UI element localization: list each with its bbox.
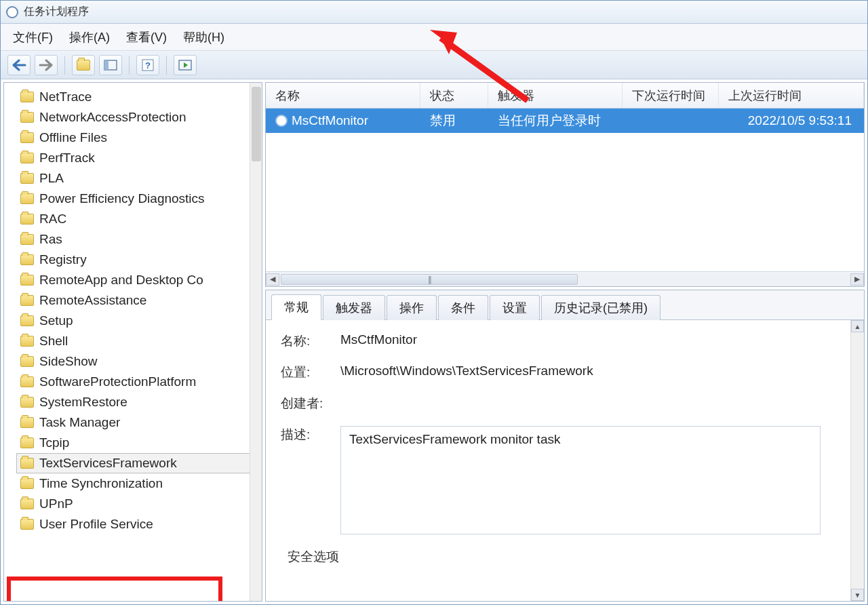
tree-item-label: TextServicesFramework — [39, 456, 177, 471]
label-description: 描述: — [281, 426, 340, 444]
tree-item[interactable]: Shell — [16, 331, 262, 351]
task-row[interactable]: MsCtfMonitor 禁用 当任何用户登录时 2022/10/5 9:53:… — [266, 109, 864, 133]
tree-item[interactable]: Ras — [16, 229, 262, 250]
detail-scrollbar[interactable]: ▲ ▼ — [850, 320, 864, 601]
value-name: MsCtfMonitor — [340, 332, 417, 350]
tab-actions[interactable]: 操作 — [387, 295, 437, 320]
col-status[interactable]: 状态 — [420, 83, 488, 108]
hscroll-track[interactable]: ||| — [279, 273, 850, 286]
content-area: NetTraceNetworkAccessProtectionOffline F… — [1, 79, 867, 604]
menu-help[interactable]: 帮助(H) — [183, 29, 224, 45]
tree-item[interactable]: Time Synchronization — [16, 473, 262, 494]
folder-icon — [20, 275, 34, 286]
run-button[interactable] — [174, 55, 197, 75]
task-name-text: MsCtfMonitor — [292, 113, 368, 128]
tree-item[interactable]: SideShow — [16, 351, 262, 372]
folder-icon — [20, 112, 34, 123]
task-list-hscrollbar[interactable]: ◀ ||| ▶ — [266, 271, 864, 286]
folder-icon — [20, 478, 34, 489]
tree-item-label: Offline Files — [39, 130, 107, 145]
tree-item-label: SoftwareProtectionPlatform — [39, 374, 196, 389]
tree-item[interactable]: NetworkAccessProtection — [16, 107, 262, 128]
tree-item-label: Power Efficiency Diagnostics — [39, 191, 205, 206]
description-box[interactable]: TextServicesFramework monitor task — [340, 426, 821, 534]
tree-item-label: SideShow — [39, 354, 98, 369]
menu-action[interactable]: 操作(A) — [69, 29, 110, 45]
toolbar-separator — [166, 56, 167, 75]
annotation-highlight-box — [7, 577, 222, 602]
folder-icon — [20, 234, 34, 245]
tree-pane: NetTraceNetworkAccessProtectionOffline F… — [3, 82, 262, 602]
nav-back-button[interactable] — [7, 55, 31, 75]
tree-item[interactable]: RAC — [16, 209, 262, 229]
menu-file[interactable]: 文件(F) — [13, 29, 53, 45]
tree-item[interactable]: UPnP — [16, 494, 262, 514]
cell-next-run — [623, 109, 719, 133]
tab-conditions[interactable]: 条件 — [438, 295, 488, 320]
nav-forward-button[interactable] — [35, 55, 58, 75]
tree-item[interactable]: User Profile Service — [16, 514, 262, 534]
tree-item[interactable]: Offline Files — [16, 128, 262, 148]
hscroll-thumb[interactable]: ||| — [281, 274, 578, 285]
value-location: \Microsoft\Windows\TextServicesFramework — [340, 364, 593, 381]
label-security: 安全选项 — [281, 548, 849, 566]
tree-item[interactable]: RemoteAssistance — [16, 290, 262, 311]
toolbar-separator — [129, 56, 130, 75]
tree-item[interactable]: Registry — [16, 250, 262, 270]
toolbar-separator — [64, 56, 65, 75]
tree-item[interactable]: Setup — [16, 311, 262, 331]
folder-icon — [20, 315, 34, 326]
app-icon — [6, 6, 18, 18]
tree-scrollbar[interactable] — [250, 83, 262, 601]
folder-icon — [20, 214, 34, 225]
tab-history[interactable]: 历史记录(已禁用) — [541, 295, 660, 320]
tree-item-label: PLA — [39, 171, 64, 186]
col-last-run[interactable]: 上次运行时间 — [719, 83, 864, 108]
hscroll-left[interactable]: ◀ — [266, 273, 279, 286]
col-next-run[interactable]: 下次运行时间 — [623, 83, 719, 108]
folder-icon — [20, 153, 34, 163]
tree-item[interactable]: Tcpip — [16, 433, 262, 453]
cell-trigger: 当任何用户登录时 — [488, 109, 623, 133]
value-description: TextServicesFramework monitor task — [349, 432, 560, 446]
folder-icon — [20, 254, 34, 265]
vscroll-track[interactable] — [851, 332, 864, 589]
col-name[interactable]: 名称 — [266, 83, 420, 108]
right-pane: 名称 状态 触发器 下次运行时间 上次运行时间 MsCtfMonitor 禁用 … — [264, 79, 867, 604]
col-trigger[interactable]: 触发器 — [488, 83, 623, 108]
window-title: 任务计划程序 — [24, 5, 89, 19]
folder-up-icon — [77, 60, 90, 71]
task-list: 名称 状态 触发器 下次运行时间 上次运行时间 MsCtfMonitor 禁用 … — [265, 82, 865, 287]
tree-item-label: RemoteAssistance — [39, 293, 146, 308]
tree-item[interactable]: PerfTrack — [16, 148, 262, 168]
tree-item[interactable]: TextServicesFramework — [16, 453, 262, 473]
help-button[interactable]: ? — [136, 55, 159, 75]
tree-item-label: Shell — [39, 334, 68, 349]
folder-icon — [20, 92, 34, 102]
up-folder-button[interactable] — [72, 55, 95, 75]
folder-icon — [20, 519, 34, 530]
vscroll-up[interactable]: ▲ — [851, 320, 864, 332]
tree-scrollbar-thumb[interactable] — [252, 87, 261, 161]
hscroll-right[interactable]: ▶ — [850, 273, 864, 286]
folder-icon — [20, 132, 34, 143]
tree-item[interactable]: SoftwareProtectionPlatform — [16, 372, 262, 392]
detail-pane: 常规 触发器 操作 条件 设置 历史记录(已禁用) 名称: MsCtfMonit… — [265, 290, 865, 602]
panel-toggle-button[interactable] — [99, 55, 122, 75]
tree-item[interactable]: RemoteApp and Desktop Co — [16, 270, 262, 290]
tree-item-label: User Profile Service — [39, 517, 153, 532]
tree-item[interactable]: PLA — [16, 168, 262, 189]
menu-view[interactable]: 查看(V) — [126, 29, 167, 45]
task-icon — [275, 115, 288, 127]
tree-item[interactable]: Task Manager — [16, 412, 262, 433]
tab-settings[interactable]: 设置 — [490, 295, 540, 320]
tree-item[interactable]: SystemRestore — [16, 392, 262, 412]
tree-item[interactable]: Power Efficiency Diagnostics — [16, 189, 262, 209]
detail-body: 名称: MsCtfMonitor 位置: \Microsoft\Windows\… — [266, 320, 864, 601]
tree-item[interactable]: NetTrace — [16, 87, 262, 107]
vscroll-down[interactable]: ▼ — [851, 589, 864, 601]
tab-general[interactable]: 常规 — [271, 294, 321, 320]
tab-triggers[interactable]: 触发器 — [323, 295, 385, 320]
label-creator: 创建者: — [281, 395, 340, 412]
detail-tabs: 常规 触发器 操作 条件 设置 历史记录(已禁用) — [266, 290, 864, 320]
